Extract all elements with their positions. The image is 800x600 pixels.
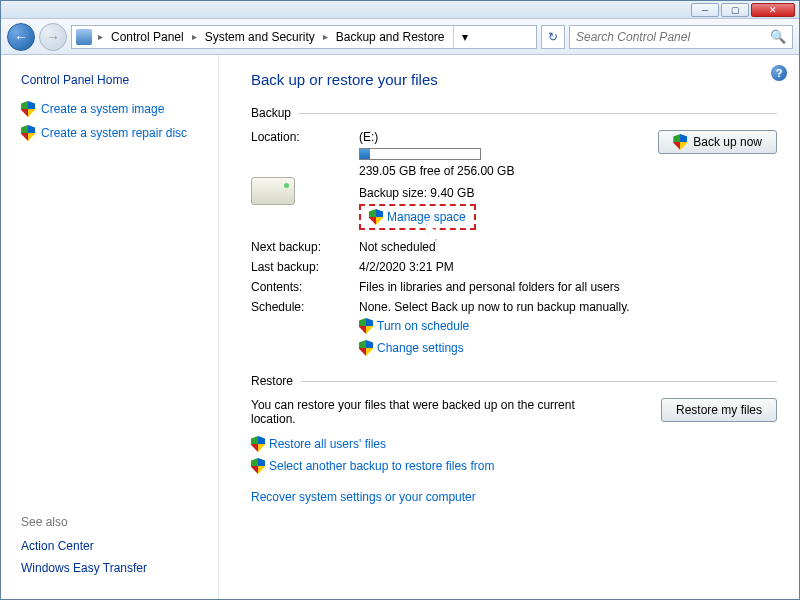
disk-usage-bar [359,148,481,160]
change-settings-link[interactable]: Change settings [359,340,637,356]
backup-size-text: Backup size: 9.40 GB [359,186,514,200]
breadcrumb-item[interactable]: System and Security [203,30,317,44]
shield-icon [369,209,383,225]
restore-all-users-link[interactable]: Restore all users' files [251,436,633,452]
last-backup-value: 4/2/2020 3:21 PM [359,260,637,274]
select-another-backup-link[interactable]: Select another backup to restore files f… [251,458,633,474]
search-icon: 🔍 [770,29,786,44]
link-label: Select another backup to restore files f… [269,459,494,473]
shield-icon [251,458,265,474]
chevron-right-icon: ▸ [94,31,107,42]
refresh-button[interactable]: ↻ [541,25,565,49]
chevron-right-icon: ▸ [319,31,332,42]
shield-icon [359,340,373,356]
breadcrumb[interactable]: ▸ Control Panel ▸ System and Security ▸ … [71,25,537,49]
manage-space-highlight: Manage space [359,204,476,230]
toolbar: ← → ▸ Control Panel ▸ System and Securit… [1,19,799,55]
contents-value: Files in libraries and personal folders … [359,280,637,294]
last-backup-label: Last backup: [251,260,359,274]
maximize-button[interactable]: ▢ [721,3,749,17]
content: Control Panel Home Create a system image… [1,55,799,599]
button-label: Restore my files [676,403,762,417]
action-center-link[interactable]: Action Center [21,535,218,557]
contents-label: Contents: [251,280,359,294]
shield-icon [21,125,35,141]
back-button[interactable]: ← [7,23,35,51]
minimize-button[interactable]: ─ [691,3,719,17]
breadcrumb-dropdown[interactable]: ▾ [453,26,477,48]
turn-on-schedule-link[interactable]: Turn on schedule [359,318,637,334]
restore-section-header: Restore [251,374,777,388]
see-also-label: See also [21,515,218,529]
schedule-value: None. Select Back up now to run backup m… [359,300,637,314]
divider [301,381,777,382]
restore-my-files-button[interactable]: Restore my files [661,398,777,422]
breadcrumb-item[interactable]: Control Panel [109,30,186,44]
forward-button[interactable]: → [39,23,67,51]
drive-icon [251,177,295,205]
link-label: Create a system image [41,102,164,116]
sidebar-heading[interactable]: Control Panel Home [21,69,218,91]
link-label: Change settings [377,341,464,355]
windows-easy-transfer-link[interactable]: Windows Easy Transfer [21,557,218,579]
page-title: Back up or restore your files [251,71,777,88]
titlebar: ─ ▢ ✕ [1,1,799,19]
recover-system-link[interactable]: Recover system settings or your computer [251,490,476,504]
button-label: Back up now [693,135,762,149]
close-button[interactable]: ✕ [751,3,795,17]
sidebar: Control Panel Home Create a system image… [1,55,219,599]
next-backup-value: Not scheduled [359,240,637,254]
schedule-label: Schedule: [251,300,359,356]
window: ─ ▢ ✕ ← → ▸ Control Panel ▸ System and S… [0,0,800,600]
restore-description: You can restore your files that were bac… [251,398,591,426]
create-system-image-link[interactable]: Create a system image [21,97,218,121]
location-value: (E:) [359,130,514,144]
location-label: Location: [251,130,359,144]
next-backup-label: Next backup: [251,240,359,254]
control-panel-icon [76,29,92,45]
chevron-right-icon: ▸ [188,31,201,42]
free-space-text: 239.05 GB free of 256.00 GB [359,164,514,178]
manage-space-link[interactable]: Manage space [369,209,466,225]
back-up-now-button[interactable]: Back up now [658,130,777,154]
search-input[interactable] [576,30,770,44]
divider [299,113,777,114]
breadcrumb-item[interactable]: Backup and Restore [334,30,447,44]
section-label: Restore [251,374,293,388]
search-box[interactable]: 🔍 [569,25,793,49]
shield-icon [359,318,373,334]
link-label: Turn on schedule [377,319,469,333]
section-label: Backup [251,106,291,120]
link-label: Restore all users' files [269,437,386,451]
main-panel: ? Back up or restore your files Backup L… [219,55,799,599]
create-repair-disc-link[interactable]: Create a system repair disc [21,121,218,145]
link-label: Manage space [387,210,466,224]
shield-icon [21,101,35,117]
shield-icon [673,134,687,150]
shield-icon [251,436,265,452]
link-label: Create a system repair disc [41,126,187,140]
backup-section-header: Backup [251,106,777,120]
help-icon[interactable]: ? [771,65,787,81]
